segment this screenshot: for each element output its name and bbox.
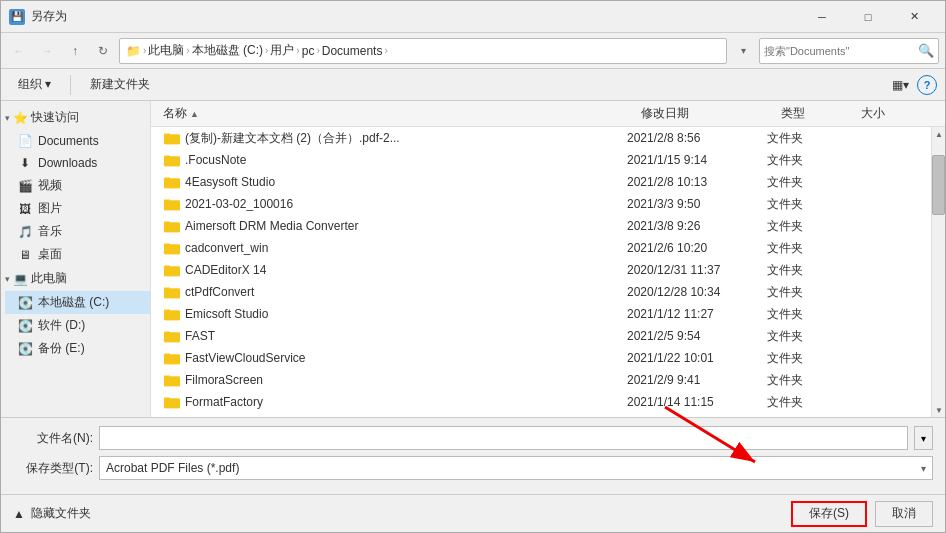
sidebar-item-documents[interactable]: 📄 Documents [5, 130, 150, 152]
search-icon[interactable]: 🔍 [918, 43, 934, 58]
sidebar: ▾ ⭐ 快速访问 📄 Documents ⬇ Downloads 🎬 视频 [1, 101, 151, 417]
file-date: 2021/1/22 10:01 [623, 351, 763, 365]
file-date: 2020/12/31 11:37 [623, 263, 763, 277]
sidebar-label-soft-d: 软件 (D:) [38, 317, 85, 334]
breadcrumb-this-pc[interactable]: 此电脑 [148, 42, 184, 59]
organize-button[interactable]: 组织 ▾ [9, 72, 60, 97]
maximize-button[interactable]: □ [845, 1, 891, 33]
filename-dropdown-button[interactable]: ▾ [914, 426, 933, 450]
sidebar-item-local-c[interactable]: 💽 本地磁盘 (C:) [5, 291, 150, 314]
sort-arrow-icon: ▲ [190, 109, 199, 119]
breadcrumb-local-c[interactable]: 本地磁盘 (C:) [192, 42, 263, 59]
sidebar-item-desktop[interactable]: 🖥 桌面 [5, 243, 150, 266]
save-button[interactable]: 保存(S) [791, 501, 867, 527]
table-row[interactable]: CADEditorX 14 2020/12/31 11:37 文件夹 [151, 259, 931, 281]
sidebar-this-pc[interactable]: ▾ 💻 此电脑 [1, 266, 150, 291]
file-name: FastViewCloudService [185, 351, 306, 365]
col-header-size[interactable]: 大小 [857, 101, 937, 126]
folder-icon [163, 306, 181, 322]
filename-row: 文件名(N): ▾ [13, 426, 933, 450]
table-row[interactable]: .FocusNote 2021/1/15 9:14 文件夹 [151, 149, 931, 171]
bottom-form: 文件名(N): ▾ 保存类型(T): Acrobat PDF Files (*.… [1, 417, 945, 494]
videos-icon: 🎬 [17, 178, 33, 194]
folder-icon [163, 350, 181, 366]
filetype-select[interactable]: Acrobat PDF Files (*.pdf) ▾ [99, 456, 933, 480]
table-row[interactable]: Emicsoft Studio 2021/1/12 11:27 文件夹 [151, 303, 931, 325]
quick-access-label: 快速访问 [31, 109, 79, 126]
table-row[interactable]: ctPdfConvert 2020/12/28 10:34 文件夹 [151, 281, 931, 303]
sidebar-quick-access[interactable]: ▾ ⭐ 快速访问 [1, 105, 150, 130]
file-date: 2021/3/3 9:50 [623, 197, 763, 211]
refresh-button[interactable]: ↻ [91, 39, 115, 63]
breadcrumb-pc[interactable]: pc [302, 44, 315, 58]
folder-icon [163, 130, 181, 146]
view-button[interactable]: ▦ ▾ [887, 73, 913, 97]
table-row[interactable]: FAST 2021/2/5 9:54 文件夹 [151, 325, 931, 347]
svg-rect-38 [164, 398, 180, 408]
col-date-label: 修改日期 [641, 105, 689, 122]
downloads-icon: ⬇ [17, 155, 33, 171]
sidebar-item-music[interactable]: 🎵 音乐 [5, 220, 150, 243]
up-button[interactable]: ↑ [63, 39, 87, 63]
search-input[interactable] [764, 45, 914, 57]
filename-input[interactable] [99, 426, 908, 450]
back-button[interactable]: ← [7, 39, 31, 63]
table-row[interactable]: Aimersoft DRM Media Converter 2021/3/8 9… [151, 215, 931, 237]
file-type: 文件夹 [763, 240, 843, 257]
backup-e-icon: 💽 [17, 341, 33, 357]
svg-rect-5 [164, 156, 180, 166]
table-row[interactable]: FilmoraScreen 2021/2/9 9:41 文件夹 [151, 369, 931, 391]
sidebar-item-videos[interactable]: 🎬 视频 [5, 174, 150, 197]
hide-folders-toggle[interactable]: ▲ 隐藏文件夹 [13, 505, 91, 522]
pictures-icon: 🖼 [17, 201, 33, 217]
file-type: 文件夹 [763, 394, 843, 411]
sidebar-label-downloads: Downloads [38, 156, 97, 170]
filetype-dropdown-icon: ▾ [921, 463, 926, 474]
table-row[interactable]: cadconvert_win 2021/2/6 10:20 文件夹 [151, 237, 931, 259]
table-row[interactable]: (复制)-新建文本文档 (2)（合并）.pdf-2... 2021/2/8 8:… [151, 127, 931, 149]
help-button[interactable]: ? [917, 75, 937, 95]
new-folder-button[interactable]: 新建文件夹 [81, 72, 159, 97]
svg-rect-23 [164, 288, 180, 298]
table-row[interactable]: FastViewCloudService 2021/1/22 10:01 文件夹 [151, 347, 931, 369]
breadcrumb[interactable]: 📁 › 此电脑 › 本地磁盘 (C:) › 用户 › pc › Document… [119, 38, 727, 64]
footer: ▲ 隐藏文件夹 保存(S) 取消 [1, 494, 945, 532]
file-name: FormatFactory [185, 395, 263, 409]
close-button[interactable]: ✕ [891, 1, 937, 33]
folder-icon [163, 174, 181, 190]
title-bar-left: 💾 另存为 [9, 8, 67, 25]
svg-rect-32 [164, 354, 180, 364]
scrollbar-track[interactable]: ▲ ▼ [931, 127, 945, 417]
table-row[interactable]: 2021-03-02_100016 2021/3/3 9:50 文件夹 [151, 193, 931, 215]
col-name-label: 名称 [163, 105, 187, 122]
table-row[interactable]: 4Easysoft Studio 2021/2/8 10:13 文件夹 [151, 171, 931, 193]
folder-icon [163, 218, 181, 234]
sidebar-item-backup-e[interactable]: 💽 备份 (E:) [5, 337, 150, 360]
address-dropdown-button[interactable]: ▾ [731, 39, 755, 63]
file-type: 文件夹 [763, 196, 843, 213]
col-header-date[interactable]: 修改日期 [637, 101, 777, 126]
breadcrumb-documents[interactable]: Documents [322, 44, 383, 58]
sidebar-item-downloads[interactable]: ⬇ Downloads [5, 152, 150, 174]
sidebar-item-pictures[interactable]: 🖼 图片 [5, 197, 150, 220]
cancel-button[interactable]: 取消 [875, 501, 933, 527]
table-row[interactable]: FormatFactory 2021/1/14 11:15 文件夹 [151, 391, 931, 413]
file-name: 2021-03-02_100016 [185, 197, 293, 211]
col-header-type[interactable]: 类型 [777, 101, 857, 126]
folder-icon [163, 196, 181, 212]
col-header-name[interactable]: 名称 ▲ [159, 101, 637, 126]
breadcrumb-folder-icon: 📁 [126, 44, 141, 58]
svg-rect-35 [164, 376, 180, 386]
minimize-button[interactable]: ─ [799, 1, 845, 33]
title-controls: ─ □ ✕ [799, 1, 937, 33]
sidebar-item-soft-d[interactable]: 💽 软件 (D:) [5, 314, 150, 337]
scrollbar-up-arrow[interactable]: ▲ [932, 127, 945, 141]
scrollbar-thumb[interactable] [932, 155, 945, 215]
file-date: 2021/1/14 11:15 [623, 395, 763, 409]
folder-icon [163, 284, 181, 300]
breadcrumb-users[interactable]: 用户 [270, 42, 294, 59]
file-type: 文件夹 [763, 372, 843, 389]
forward-button[interactable]: → [35, 39, 59, 63]
scrollbar-down-arrow[interactable]: ▼ [932, 403, 945, 417]
file-date: 2021/3/8 9:26 [623, 219, 763, 233]
